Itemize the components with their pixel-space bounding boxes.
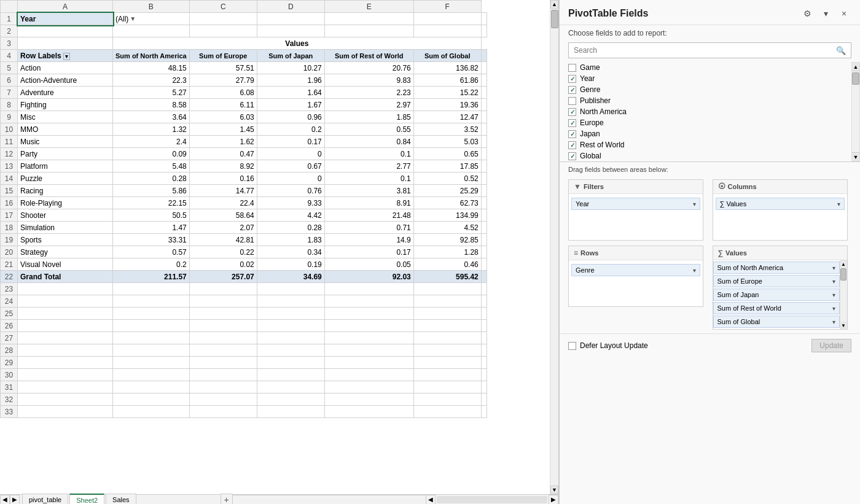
values-scroll-down[interactable]: ▼ — [840, 322, 847, 329]
cell[interactable]: 1.62 — [189, 136, 257, 148]
drag-item-chevron[interactable]: ▾ — [832, 292, 835, 298]
cell[interactable] — [18, 369, 113, 381]
cell[interactable]: 22.4 — [189, 197, 257, 209]
cell[interactable]: 1.96 — [257, 74, 324, 87]
cell[interactable]: Values — [113, 37, 482, 50]
cell[interactable] — [324, 13, 413, 25]
cell[interactable]: 0.22 — [189, 246, 257, 258]
cell[interactable] — [113, 394, 190, 406]
cell[interactable] — [189, 308, 257, 320]
cell[interactable] — [481, 173, 487, 185]
field-item-japan[interactable]: Japan — [560, 128, 851, 139]
cell[interactable] — [113, 344, 190, 357]
cell[interactable]: 0.16 — [189, 173, 257, 185]
cell[interactable] — [18, 406, 113, 418]
cell[interactable]: Platform — [18, 160, 113, 173]
field-item-game[interactable]: Game — [560, 62, 851, 73]
cell[interactable]: Action-Adventure — [18, 74, 113, 87]
drag-item-chevron[interactable]: ▾ — [832, 265, 835, 271]
cell[interactable]: Sports — [18, 234, 113, 246]
field-checkbox[interactable] — [568, 141, 576, 149]
cell[interactable] — [481, 87, 487, 99]
cell[interactable]: Simulation — [18, 222, 113, 234]
cell[interactable] — [18, 283, 113, 295]
cell[interactable]: 14.9 — [324, 234, 413, 246]
cell[interactable] — [413, 13, 481, 25]
cell[interactable]: 5.86 — [113, 185, 190, 197]
cell[interactable]: Sum of Europe — [189, 50, 257, 62]
drag-item-chevron[interactable]: ▾ — [832, 305, 835, 312]
drag-item[interactable]: ∑ Values▾ — [716, 198, 845, 210]
field-checkbox[interactable] — [568, 108, 576, 116]
field-item-north-america[interactable]: North America — [560, 106, 851, 117]
cell[interactable] — [18, 332, 113, 344]
cell[interactable] — [324, 332, 413, 344]
filters-body[interactable]: Year▾ — [569, 194, 703, 240]
cell[interactable]: 0.2 — [257, 123, 324, 136]
cell[interactable]: MMO — [18, 123, 113, 136]
cell[interactable]: Puzzle — [18, 173, 113, 185]
cell[interactable]: 92.03 — [324, 271, 413, 283]
cell[interactable] — [189, 381, 257, 394]
cell[interactable] — [481, 160, 487, 173]
cell[interactable] — [413, 381, 481, 394]
cell[interactable]: 62.73 — [413, 197, 481, 209]
cell[interactable] — [18, 25, 113, 37]
field-checkbox[interactable] — [568, 119, 576, 127]
cell[interactable] — [113, 369, 190, 381]
values-scroll-up[interactable]: ▲ — [840, 260, 847, 268]
cell[interactable]: Sum of Japan — [257, 50, 324, 62]
cell[interactable]: Strategy — [18, 246, 113, 258]
cell[interactable]: 0.1 — [324, 148, 413, 160]
cell[interactable]: 1.32 — [113, 123, 190, 136]
cell[interactable]: 6.03 — [189, 111, 257, 123]
cell[interactable]: 8.91 — [324, 197, 413, 209]
cell[interactable] — [413, 357, 481, 369]
cell[interactable]: 9.83 — [324, 74, 413, 87]
cell[interactable] — [189, 320, 257, 332]
cell[interactable] — [481, 369, 487, 381]
cell[interactable] — [481, 394, 487, 406]
drag-item-chevron[interactable]: ▾ — [693, 201, 696, 207]
cell[interactable] — [481, 185, 487, 197]
cell[interactable] — [481, 320, 487, 332]
col-header-f[interactable]: F — [413, 1, 481, 13]
cell[interactable]: 10.27 — [257, 62, 324, 74]
cell[interactable] — [324, 381, 413, 394]
field-checkbox[interactable] — [568, 130, 576, 138]
cell[interactable]: Sum of Global — [413, 50, 481, 62]
cell[interactable]: 1.85 — [324, 111, 413, 123]
cell[interactable]: 3.81 — [324, 185, 413, 197]
cell[interactable] — [113, 381, 190, 394]
cell[interactable] — [413, 344, 481, 357]
cell[interactable] — [18, 381, 113, 394]
drag-item-chevron[interactable]: ▾ — [837, 201, 840, 207]
cell[interactable]: 27.79 — [189, 74, 257, 87]
cell[interactable] — [324, 283, 413, 295]
cell[interactable]: Racing — [18, 185, 113, 197]
cell[interactable] — [257, 381, 324, 394]
drag-item[interactable]: Sum of Europe▾ — [713, 275, 840, 287]
cell[interactable] — [189, 406, 257, 418]
scroll-down-arrow[interactable]: ▼ — [550, 486, 558, 494]
cell[interactable] — [257, 308, 324, 320]
cell[interactable]: 0.71 — [324, 222, 413, 234]
cell[interactable] — [481, 136, 487, 148]
cell[interactable] — [413, 295, 481, 308]
values-body[interactable]: Sum of North America▾Sum of Europe▾Sum o… — [713, 260, 840, 329]
update-button[interactable]: Update — [811, 339, 851, 352]
cell[interactable] — [324, 406, 413, 418]
cell[interactable] — [113, 357, 190, 369]
cell[interactable] — [18, 308, 113, 320]
cell[interactable] — [113, 332, 190, 344]
field-item-year[interactable]: Year — [560, 73, 851, 84]
cell[interactable] — [481, 148, 487, 160]
cell[interactable]: 0.28 — [257, 222, 324, 234]
cell[interactable] — [481, 357, 487, 369]
cell[interactable]: 0.46 — [413, 258, 481, 271]
sheet-tab-sales[interactable]: Sales — [106, 494, 136, 504]
cell[interactable]: 42.81 — [189, 234, 257, 246]
fields-scroll-up[interactable]: ▲ — [852, 63, 859, 71]
cell[interactable] — [413, 406, 481, 418]
cell[interactable] — [481, 25, 487, 37]
